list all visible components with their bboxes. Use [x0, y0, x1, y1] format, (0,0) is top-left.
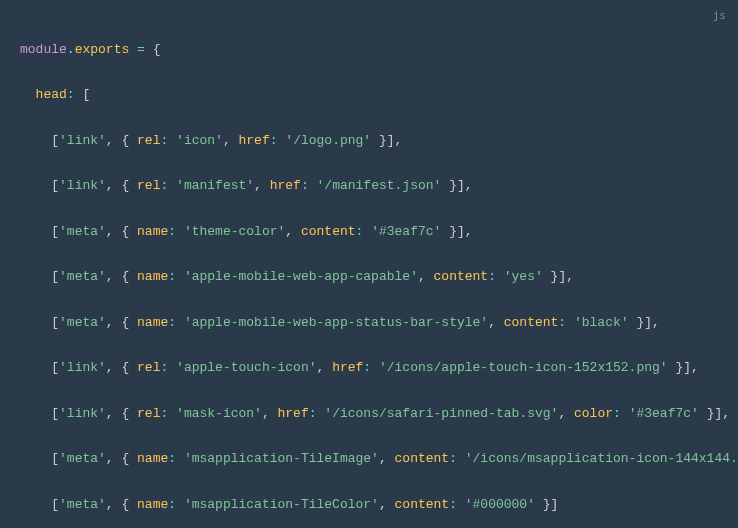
tok-string: '/logo.png': [285, 133, 371, 148]
tok-key: name: [137, 315, 168, 330]
tok-indent: [20, 497, 51, 512]
tok-comma: ,: [317, 360, 333, 375]
tok-key: rel: [137, 133, 160, 148]
tok-comma: ,: [106, 315, 122, 330]
tok-string: 'theme-color': [184, 224, 285, 239]
tok-key: rel: [137, 178, 160, 193]
tok-key: rel: [137, 406, 160, 421]
tok-brace: }: [629, 315, 645, 330]
tok-string: 'link': [59, 178, 106, 193]
tok-key: name: [137, 497, 168, 512]
tok-brace: {: [121, 406, 137, 421]
tok-bracket: [: [51, 178, 59, 193]
tok-bracket: [: [51, 133, 59, 148]
tok-bracket: ],: [644, 315, 660, 330]
tok-key: content: [395, 497, 450, 512]
tok-key: content: [395, 451, 450, 466]
tok-head: head: [36, 87, 67, 102]
tok-comma: ,: [106, 406, 122, 421]
tok-indent: [20, 178, 51, 193]
tok-bracket: [: [82, 87, 90, 102]
tok-string: 'icon': [176, 133, 223, 148]
tok-colon: :: [558, 315, 574, 330]
tok-colon: :: [270, 133, 286, 148]
tok-key: href: [332, 360, 363, 375]
tok-brace: {: [121, 224, 137, 239]
tok-key: href: [270, 178, 301, 193]
tok-string: '/icons/msapplication-icon-144x144.png': [465, 451, 738, 466]
tok-colon: :: [168, 315, 184, 330]
tok-comma: ,: [254, 178, 270, 193]
tok-string: 'meta': [59, 224, 106, 239]
tok-comma: ,: [106, 269, 122, 284]
tok-string: 'link': [59, 406, 106, 421]
tok-brace: {: [153, 42, 161, 57]
tok-bracket: [: [51, 497, 59, 512]
tok-string: 'link': [59, 133, 106, 148]
tok-bracket: ],: [457, 178, 473, 193]
tok-bracket: [: [51, 360, 59, 375]
tok-key: name: [137, 451, 168, 466]
tok-brace: {: [121, 315, 137, 330]
code-block: module.exports = { head: [ ['link', { re…: [20, 16, 718, 528]
tok-key: name: [137, 269, 168, 284]
tok-comma: ,: [106, 451, 122, 466]
tok-string: 'apple-mobile-web-app-capable': [184, 269, 418, 284]
tok-comma: ,: [106, 497, 122, 512]
tok-string: 'black': [574, 315, 629, 330]
tok-colon: :: [356, 224, 372, 239]
tok-colon: :: [168, 451, 184, 466]
tok-comma: ,: [379, 451, 395, 466]
tok-colon: :: [309, 406, 325, 421]
tok-string: 'meta': [59, 497, 106, 512]
tok-bracket: ],: [683, 360, 699, 375]
tok-brace: }: [668, 360, 684, 375]
tok-colon: :: [449, 497, 465, 512]
tok-colon: :: [488, 269, 504, 284]
tok-string: '/icons/apple-touch-icon-152x152.png': [379, 360, 668, 375]
tok-key: href: [278, 406, 309, 421]
tok-brace: {: [121, 360, 137, 375]
tok-string: 'apple-touch-icon': [176, 360, 316, 375]
tok-comma: ,: [285, 224, 301, 239]
code-line: ['link', { rel: 'manifest', href: '/mani…: [20, 175, 718, 198]
tok-comma: ,: [106, 178, 122, 193]
tok-bracket: [: [51, 406, 59, 421]
tok-string: '#3eaf7c': [371, 224, 441, 239]
tok-string: 'mask-icon': [176, 406, 262, 421]
tok-bracket: ],: [558, 269, 574, 284]
tok-brace: {: [121, 269, 137, 284]
tok-indent: [20, 224, 51, 239]
tok-comma: ,: [262, 406, 278, 421]
tok-key: content: [434, 269, 489, 284]
tok-module: module: [20, 42, 67, 57]
code-line: ['meta', { name: 'apple-mobile-web-app-s…: [20, 312, 718, 335]
tok-bracket: ],: [457, 224, 473, 239]
tok-brace: }: [441, 178, 457, 193]
tok-colon: :: [168, 224, 184, 239]
code-line: ['meta', { name: 'msapplication-TileImag…: [20, 448, 718, 471]
tok-comma: ,: [488, 315, 504, 330]
code-line: ['meta', { name: 'msapplication-TileColo…: [20, 494, 718, 517]
tok-indent: [20, 269, 51, 284]
tok-key: rel: [137, 360, 160, 375]
tok-string: 'manifest': [176, 178, 254, 193]
code-line: ['link', { rel: 'apple-touch-icon', href…: [20, 357, 718, 380]
code-line: ['link', { rel: 'mask-icon', href: '/ico…: [20, 403, 718, 426]
tok-string: '#3eaf7c': [629, 406, 699, 421]
code-line: ['link', { rel: 'icon', href: '/logo.png…: [20, 130, 718, 153]
tok-string: 'link': [59, 360, 106, 375]
tok-key: color: [574, 406, 613, 421]
tok-string: 'meta': [59, 451, 106, 466]
tok-key: href: [239, 133, 270, 148]
tok-colon: :: [160, 178, 176, 193]
tok-bracket: ]: [551, 497, 559, 512]
tok-indent: [20, 360, 51, 375]
tok-colon: :: [160, 406, 176, 421]
tok-colon: :: [301, 178, 317, 193]
tok-brace: {: [121, 497, 137, 512]
tok-brace: }: [371, 133, 387, 148]
tok-bracket: ],: [387, 133, 403, 148]
tok-bracket: [: [51, 224, 59, 239]
tok-bracket: [: [51, 315, 59, 330]
